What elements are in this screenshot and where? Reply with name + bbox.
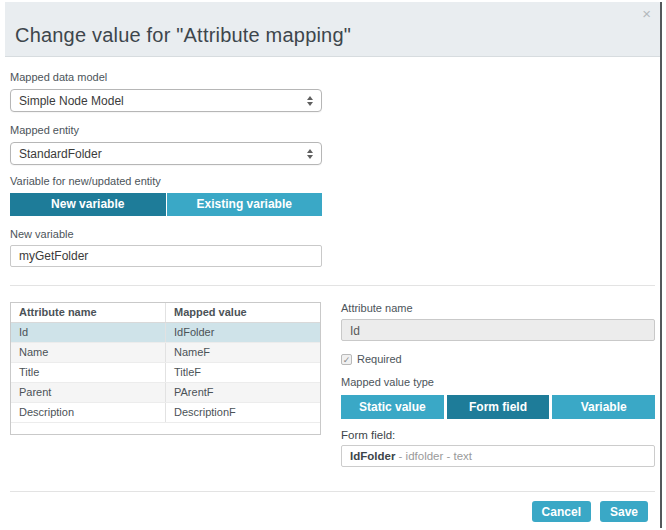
column-header-mapped-value: Mapped value <box>166 303 321 322</box>
attributes-table: Attribute name Mapped value Id IdFolder … <box>10 302 321 435</box>
dialog-body: Mapped data model Simple Node Model Mapp… <box>5 57 660 528</box>
required-label: Required <box>357 353 402 366</box>
attribute-mapping-section: Attribute name Mapped value Id IdFolder … <box>10 302 655 467</box>
variable-tab[interactable]: Variable <box>552 395 655 419</box>
attribute-name-field: Id <box>341 319 655 341</box>
dialog-header: Change value for "Attribute mapping" × <box>5 2 660 57</box>
mapped-data-model-select[interactable]: Simple Node Model <box>10 89 322 112</box>
mapped-entity-value: StandardFolder <box>19 147 102 161</box>
select-stepper-icon <box>307 149 313 159</box>
form-field-label: Form field: <box>341 429 655 441</box>
required-checkbox: ✓ <box>341 354 352 365</box>
attribute-name-label: Attribute name <box>341 302 655 315</box>
table-row[interactable]: Description DescriptionF <box>11 402 320 422</box>
form-field-tab[interactable]: Form field <box>447 395 550 419</box>
form-field-value-name: IdFolder <box>350 450 395 462</box>
static-value-tab[interactable]: Static value <box>341 395 444 419</box>
table-header-row: Attribute name Mapped value <box>11 303 320 322</box>
select-stepper-icon <box>307 96 313 106</box>
variable-toggle-label: Variable for new/updated entity <box>10 175 322 188</box>
mapped-data-model-label: Mapped data model <box>10 71 322 84</box>
table-row[interactable]: Parent PArentF <box>11 382 320 402</box>
mapped-data-model-value: Simple Node Model <box>19 94 124 108</box>
table-row[interactable]: Name NameF <box>11 342 320 362</box>
table-row[interactable]: Title TitleF <box>11 362 320 382</box>
new-variable-label: New variable <box>10 228 322 241</box>
cell-mapped-value[interactable]: NameF <box>166 342 321 362</box>
cell-mapped-value[interactable]: TitleF <box>166 362 321 382</box>
variable-toggle-group: New variable Existing variable <box>10 193 322 216</box>
required-row: ✓ Required <box>341 353 655 366</box>
cancel-button[interactable]: Cancel <box>532 501 591 522</box>
cell-mapped-value[interactable]: DescriptionF <box>166 402 321 422</box>
cell-attribute[interactable]: Name <box>11 342 166 362</box>
cell-mapped-value[interactable]: PArentF <box>166 382 321 402</box>
cell-attribute[interactable]: Description <box>11 402 166 422</box>
mapped-entity-label: Mapped entity <box>10 124 322 137</box>
column-header-attribute-name: Attribute name <box>11 303 166 322</box>
change-value-dialog: Change value for "Attribute mapping" × M… <box>5 2 662 528</box>
cell-attribute[interactable]: Title <box>11 362 166 382</box>
cell-mapped-value[interactable]: IdFolder <box>166 322 321 342</box>
save-button[interactable]: Save <box>600 501 648 522</box>
form-field-select[interactable]: IdFolder - idfolder - text <box>341 445 655 467</box>
attribute-detail-panel: Attribute name Id ✓ Required Mapped valu… <box>341 302 655 467</box>
cell-attribute[interactable]: Parent <box>11 382 166 402</box>
dialog-title: Change value for "Attribute mapping" <box>15 24 650 47</box>
new-variable-tab[interactable]: New variable <box>10 193 166 216</box>
mapped-value-type-label: Mapped value type <box>341 376 655 389</box>
form-field-value-detail: - idfolder - text <box>395 450 472 462</box>
cell-attribute[interactable]: Id <box>11 322 166 342</box>
new-variable-input[interactable] <box>10 245 322 267</box>
mapped-entity-select[interactable]: StandardFolder <box>10 142 322 165</box>
mapping-form: Mapped data model Simple Node Model Mapp… <box>10 71 322 267</box>
existing-variable-tab[interactable]: Existing variable <box>167 193 323 216</box>
dialog-footer: Cancel Save <box>10 491 655 528</box>
section-divider <box>10 285 655 286</box>
mapped-value-type-group: Static value Form field Variable <box>341 395 655 419</box>
close-icon[interactable]: × <box>642 6 651 21</box>
table-row[interactable]: Id IdFolder <box>11 322 320 342</box>
